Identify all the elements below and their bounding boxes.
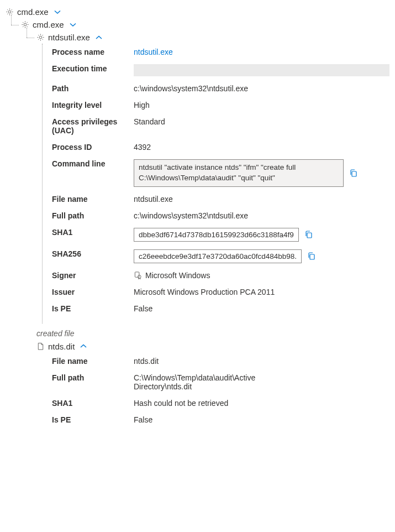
process-name-link[interactable]: ntdsutil.exe (134, 48, 389, 56)
issuer-value: Microsoft Windows Production PCA 2011 (134, 288, 389, 296)
svg-point-0 (8, 11, 11, 13)
detail-row-pid: Process ID 4392 (52, 139, 389, 155)
chevron-down-icon[interactable] (70, 23, 76, 27)
path-value: c:\windows\system32\ntdsutil.exe (134, 84, 389, 93)
svg-rect-3 (352, 171, 356, 176)
detail-label: Is PE (52, 304, 134, 313)
chevron-down-icon[interactable] (54, 10, 61, 14)
filename-value: ntdsutil.exe (134, 195, 389, 204)
svg-rect-4 (307, 233, 312, 238)
file-filename-value: ntds.dit (134, 357, 389, 366)
tree-connector (42, 44, 43, 324)
file-node-label: ntds.dit (48, 342, 75, 351)
detail-row-fullpath: Full path c:\windows\system32\ntdsutil.e… (52, 207, 389, 224)
detail-label: Signer (52, 271, 134, 280)
process-children-2: ntdsutil.exe Process name ntdsutil.exe (36, 31, 389, 428)
detail-row-file-sha1: SHA1 Hash could not be retrieved (52, 395, 389, 411)
copy-icon[interactable] (307, 252, 316, 260)
detail-row-signer: Signer Microsoft Windows (52, 267, 389, 284)
detail-label: Process name (52, 48, 134, 56)
detail-row-process-name: Process name ntdsutil.exe (52, 44, 389, 60)
process-node-label: ntdsutil.exe (48, 33, 90, 42)
privileges-value: Standard (134, 117, 389, 126)
file-fullpath-value: C:\Windows\Temp\data\audit\Active Direct… (134, 373, 310, 391)
file-node-ntds-dit[interactable]: ntds.dit (36, 340, 389, 353)
process-tree-root: cmd.exe cmd.exe (6, 6, 389, 428)
certificate-icon (134, 271, 142, 279)
svg-point-1 (24, 23, 27, 26)
detail-label: Execution time (52, 64, 134, 73)
fullpath-value: c:\windows\system32\ntdsutil.exe (134, 211, 389, 220)
tree-connector (27, 28, 27, 38)
detail-row-file-fullpath: Full path C:\Windows\Temp\data\audit\Act… (52, 369, 389, 395)
copy-icon[interactable] (349, 169, 358, 178)
gear-icon (21, 20, 29, 29)
tree-connector (11, 15, 12, 25)
svg-point-2 (39, 36, 42, 39)
detail-label: Path (52, 84, 134, 93)
detail-label: Process ID (52, 143, 134, 152)
process-node-cmd-1[interactable]: cmd.exe (6, 6, 389, 18)
tree-connector (11, 25, 19, 25)
detail-row-cmdline: Command line ntdsutil "activate instance… (52, 155, 389, 191)
detail-row-file-filename: File name ntds.dit (52, 353, 389, 369)
detail-label: Integrity level (52, 101, 134, 109)
file-ispe-value: False (134, 415, 389, 424)
tree-connector (27, 38, 34, 38)
detail-label: Access privileges (UAC) (52, 117, 134, 135)
process-node-label: cmd.exe (33, 20, 64, 29)
execution-time-value (134, 64, 389, 76)
process-node-ntdsutil[interactable]: ntdsutil.exe (36, 31, 389, 44)
created-file-section-label: created file (36, 329, 389, 338)
gear-icon (6, 8, 14, 16)
detail-row-integrity: Integrity level High (52, 97, 389, 113)
ispe-value: False (134, 304, 389, 313)
detail-label: SHA1 (52, 399, 134, 408)
integrity-value: High (134, 101, 389, 109)
detail-label: Is PE (52, 415, 134, 424)
chevron-up-icon[interactable] (96, 35, 102, 40)
sha256-box[interactable]: c26eeebdce9e3df17e3720da60ac0fcd484bb98. (134, 249, 302, 263)
copy-icon[interactable] (304, 230, 313, 239)
detail-row-execution-time: Execution time (52, 60, 389, 80)
gear-icon (36, 33, 45, 41)
svg-rect-6 (135, 272, 139, 277)
detail-label: File name (52, 195, 134, 204)
detail-row-filename: File name ntdsutil.exe (52, 191, 389, 207)
detail-row-sha1: SHA1 dbbe3df6714d7378db16159923d66c3188f… (52, 224, 389, 246)
detail-label: Full path (52, 211, 134, 220)
detail-label: Full path (52, 373, 134, 382)
svg-rect-5 (310, 254, 314, 259)
detail-row-issuer: Issuer Microsoft Windows Production PCA … (52, 284, 389, 300)
process-node-label: cmd.exe (17, 7, 49, 17)
process-details-panel: Process name ntdsutil.exe Execution time… (52, 44, 389, 324)
signer-value: Microsoft Windows (145, 271, 210, 280)
detail-row-privileges: Access privileges (UAC) Standard (52, 113, 389, 139)
process-children-1: cmd.exe ntdsutil.exe (21, 18, 389, 428)
detail-label: Issuer (52, 288, 134, 296)
process-node-cmd-2[interactable]: cmd.exe (21, 18, 389, 31)
file-icon (36, 342, 45, 351)
detail-row-sha256: SHA256 c26eeebdce9e3df17e3720da60ac0fcd4… (52, 246, 389, 267)
detail-row-path: Path c:\windows\system32\ntdsutil.exe (52, 80, 389, 97)
detail-row-file-ispe: Is PE False (52, 411, 389, 428)
sha1-box[interactable]: dbbe3df6714d7378db16159923d66c3188fa4f9 (134, 228, 299, 242)
file-details-panel: File name ntds.dit Full path C:\Windows\… (52, 353, 389, 428)
detail-label: Command line (52, 159, 134, 168)
cmdline-box[interactable]: ntdsutil "activate instance ntds" "ifm" … (134, 159, 344, 187)
pid-value: 4392 (134, 143, 389, 152)
detail-label: SHA256 (52, 249, 134, 258)
detail-label: File name (52, 357, 134, 366)
detail-label: SHA1 (52, 228, 134, 237)
detail-row-ispe: Is PE False (52, 300, 389, 317)
chevron-up-icon[interactable] (80, 344, 87, 348)
file-sha1-value: Hash could not be retrieved (134, 399, 389, 408)
